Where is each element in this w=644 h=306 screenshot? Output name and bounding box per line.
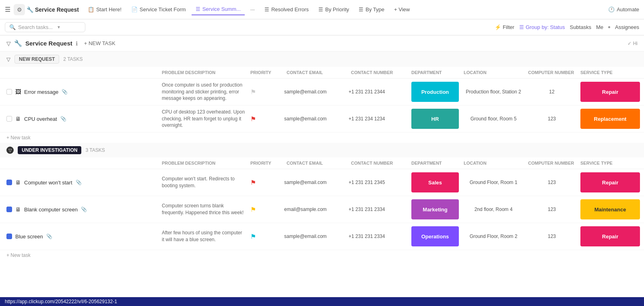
automate-button[interactable]: 🕐 Automate (608, 6, 639, 12)
form-icon: 📄 (131, 6, 138, 12)
project-info-icon[interactable]: ℹ (76, 40, 78, 47)
service-badge[interactable]: Repair (580, 172, 640, 192)
task-checkbox[interactable] (6, 234, 12, 239)
task-name[interactable]: Computer won't start (24, 180, 72, 186)
dept-badge[interactable]: Operations (411, 226, 459, 246)
group-by-button[interactable]: ☰ Group by: Status (519, 24, 565, 30)
new-task-button[interactable]: + NEW TASK (81, 39, 119, 47)
col-contact-email-1: CONTACT EMAIL (284, 159, 349, 167)
assignees-button[interactable]: Assignees (615, 24, 639, 30)
filter-button[interactable]: ⚡ Filter (495, 24, 514, 30)
priority-cell[interactable]: ⚑ (248, 233, 284, 240)
contact-email: sample@email.com (284, 89, 349, 95)
priority-cell[interactable]: ⚑ (248, 88, 284, 96)
tab-start-here[interactable]: 📋 Start Here! (84, 4, 126, 15)
contact-email: sample@email.com (284, 180, 349, 185)
computer-number: 123 (526, 207, 578, 212)
group-collapse-toggle-inv[interactable]: ▽ (6, 147, 14, 154)
start-icon: 📋 (88, 6, 94, 12)
service-badge[interactable]: Replacement (580, 109, 640, 129)
dept-cell[interactable]: Production (409, 80, 461, 103)
priority-flag[interactable]: ⚑ (250, 179, 256, 186)
task-checkbox[interactable] (6, 180, 12, 185)
project-collapse-toggle[interactable]: ▽ (6, 40, 11, 47)
hamburger-menu[interactable]: ☰ (5, 6, 10, 13)
tab-service-ticket-form[interactable]: 📄 Service Ticket Form (127, 4, 190, 15)
task-name[interactable]: Error message (24, 89, 58, 95)
tab-by-priority[interactable]: ☰ By Priority (314, 4, 353, 15)
group-badge-investigation[interactable]: UNDER INVESTIGATION (18, 146, 81, 154)
dept-badge[interactable]: Production (411, 82, 459, 102)
service-badge[interactable]: Repair (580, 226, 640, 246)
search-box[interactable]: 🔍 Search tasks... ▼ (5, 22, 85, 32)
group-under-investigation: ▽ UNDER INVESTIGATION 3 TASKS PROBLEM DE… (0, 143, 644, 261)
tab-add-view[interactable]: + View (390, 4, 414, 15)
task-checkbox[interactable] (6, 116, 12, 122)
contact-email: email@sample.com (284, 207, 349, 212)
col-computer-num-0: COMPUTER NUMBER (526, 68, 578, 76)
group-badge-new-request[interactable]: NEW REQUEST (14, 55, 59, 64)
location: Ground Floor, Room 2 (461, 234, 526, 239)
dept-badge[interactable]: Sales (411, 172, 459, 192)
tab-service-summary[interactable]: ☰ Service Summ... (192, 4, 245, 15)
dept-badge[interactable]: HR (411, 109, 459, 129)
attach-icon[interactable]: 📎 (62, 89, 68, 95)
search-icon: 🔍 (9, 24, 16, 30)
search-placeholder: Search tasks... (18, 24, 53, 30)
add-new-task-link-group1[interactable]: + New task (0, 250, 644, 261)
attach-icon[interactable]: 📎 (60, 116, 66, 122)
task-checkbox[interactable] (6, 207, 12, 212)
task-emoji: 🖥 (15, 179, 21, 186)
priority-cell[interactable]: ⚑ (248, 115, 284, 123)
task-name[interactable]: CPU overheat (24, 116, 57, 122)
service-cell[interactable]: Maintenance (578, 198, 642, 221)
col-location-1: LOCATION (461, 159, 526, 167)
chevron-down-icon: ▼ (57, 25, 61, 29)
table-row: 🖥 Computer won't start 📎 Computer won't … (0, 169, 644, 196)
priority-flag[interactable]: ⚑ (250, 233, 256, 240)
project-header: ▽ 🔧 Service Request ℹ + NEW TASK ✓ Hi (0, 35, 644, 52)
dept-cell[interactable]: Sales (409, 171, 461, 194)
dept-badge[interactable]: Marketing (411, 199, 459, 219)
service-cell[interactable]: Repair (578, 171, 642, 194)
service-badge[interactable]: Maintenance (580, 199, 640, 219)
attach-icon[interactable]: 📎 (46, 234, 52, 239)
priority-flag[interactable]: ⚑ (250, 206, 256, 213)
col-dept-1: DEPARTMENT (409, 159, 461, 167)
task-emoji: 🖼 (15, 89, 21, 95)
toolbar-actions: ⚡ Filter ☰ Group by: Status Subtasks Me … (495, 24, 639, 30)
priority-cell[interactable]: ⚑ (248, 179, 284, 186)
tab-more[interactable]: ··· (246, 4, 259, 15)
hide-label: ✓ Hi (627, 41, 638, 46)
col-task-name (6, 68, 159, 76)
col-computer-num-1: COMPUTER NUMBER (526, 159, 578, 167)
toolbar: 🔍 Search tasks... ▼ ⚡ Filter ☰ Group by:… (0, 19, 644, 35)
task-name[interactable]: Blank computer screen (24, 207, 78, 213)
service-badge[interactable]: Repair (580, 82, 640, 102)
col-location-0: LOCATION (461, 68, 526, 76)
me-button[interactable]: Me (596, 24, 603, 30)
subtasks-button[interactable]: Subtasks (570, 24, 591, 30)
service-cell[interactable]: Repair (578, 225, 642, 248)
priority-flag[interactable]: ⚑ (250, 88, 256, 96)
task-name[interactable]: Blue screen (15, 234, 43, 240)
service-cell[interactable]: Repair (578, 80, 642, 103)
task-checkbox[interactable] (6, 89, 12, 95)
gear-icon[interactable]: ⚙ (14, 4, 25, 15)
group-collapse-toggle[interactable]: ▽ (6, 56, 10, 62)
col-problem-desc-0: PROBLEM DESCRIPTION (159, 68, 248, 76)
priority-flag[interactable]: ⚑ (250, 115, 256, 123)
priority-cell[interactable]: ⚑ (248, 206, 284, 213)
add-new-task-link-group0[interactable]: + New task (0, 132, 644, 143)
task-emoji: 🖥 (15, 116, 21, 122)
tab-by-type[interactable]: ☰ By Type (355, 4, 388, 15)
col-service-type-0: SERVICE TYPE (578, 68, 642, 76)
dept-cell[interactable]: Operations (409, 225, 461, 248)
task-description: Once computer is used for production mon… (159, 82, 248, 102)
attach-icon[interactable]: 📎 (76, 180, 82, 185)
tab-resolved-errors[interactable]: ☰ Resolved Errors (260, 4, 313, 15)
dept-cell[interactable]: HR (409, 107, 461, 130)
attach-icon[interactable]: 📎 (81, 207, 87, 212)
dept-cell[interactable]: Marketing (409, 198, 461, 221)
service-cell[interactable]: Replacement (578, 107, 642, 130)
